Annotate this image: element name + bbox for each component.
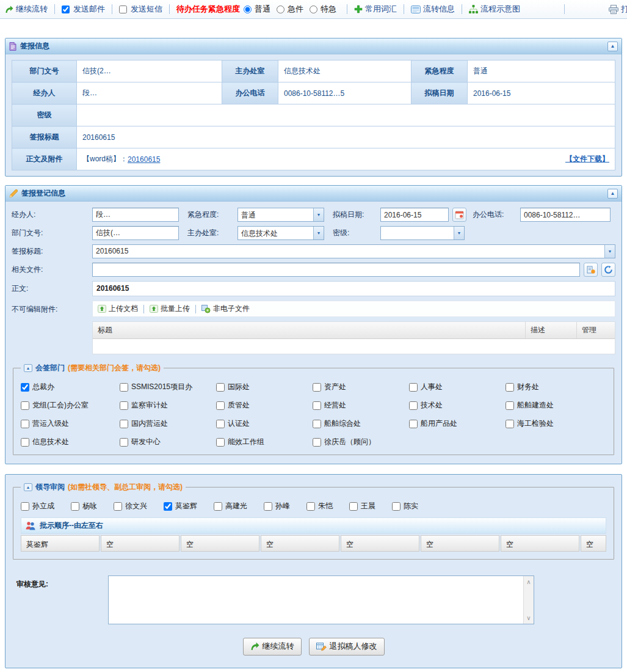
upload-doc-button[interactable]: 上传文档 [98, 304, 138, 314]
countersign-dept-checkbox[interactable] [409, 420, 418, 428]
word-draft-link[interactable]: 20160615 [128, 155, 160, 164]
leader-option[interactable]: 杨咏 [71, 501, 97, 511]
countersign-dept-option[interactable]: 海工检验处 [506, 418, 606, 429]
chevron-down-icon[interactable]: ▼ [313, 208, 324, 221]
countersign-dept-checkbox[interactable] [120, 420, 128, 428]
chevron-down-icon[interactable]: ▼ [454, 227, 464, 239]
leader-checkbox[interactable] [392, 502, 400, 511]
countersign-dept-checkbox[interactable] [120, 438, 128, 447]
file-download-link[interactable]: 【文件下载】 [565, 154, 609, 164]
countersign-dept-option[interactable]: 船舶综合处 [313, 418, 409, 429]
non-electronic-file-button[interactable]: 非电子文件 [201, 304, 250, 314]
countersign-dept-checkbox[interactable] [216, 420, 225, 428]
send-sms-checkbox[interactable] [119, 5, 127, 13]
leader-checkbox[interactable] [71, 502, 79, 511]
countersign-dept-option[interactable]: 能效工作组 [216, 437, 313, 447]
countersign-dept-option[interactable]: 经营处 [313, 400, 409, 411]
countersign-dept-checkbox[interactable] [21, 401, 29, 410]
countersign-dept-checkbox[interactable] [21, 383, 29, 392]
countersign-dept-option[interactable]: 国内营运处 [120, 418, 216, 429]
countersign-dept-checkbox[interactable] [506, 383, 514, 392]
send-email-checkbox[interactable] [62, 5, 70, 13]
leader-checkbox[interactable] [264, 502, 272, 511]
countersign-dept-checkbox[interactable] [409, 383, 418, 392]
leader-option[interactable]: 高建光 [214, 501, 247, 511]
continue-flow-button[interactable]: 继续流转 [243, 638, 302, 656]
leader-checkbox[interactable] [21, 502, 29, 511]
urgency-option-normal[interactable]: 普通 [244, 4, 270, 15]
chevron-down-icon[interactable]: ▼ [604, 245, 615, 258]
countersign-dept-option[interactable]: 船用产品处 [409, 418, 506, 429]
collapse-section-icon[interactable]: ▲ [24, 364, 32, 372]
countersign-dept-checkbox[interactable] [313, 401, 321, 410]
scrollbar[interactable]: ∧ ∨ [523, 576, 534, 624]
countersign-dept-option[interactable]: 人事处 [409, 382, 506, 392]
review-opinion-textarea[interactable] [109, 576, 523, 624]
urgency-radio-extra[interactable] [310, 5, 317, 13]
urgency-option-urgent[interactable]: 急件 [277, 4, 303, 15]
countersign-dept-option[interactable]: 船舶建造处 [506, 400, 606, 411]
countersign-dept-option[interactable]: 国际处 [216, 382, 313, 392]
urgency-select[interactable]: 普通 ▼ [237, 208, 324, 222]
countersign-dept-option[interactable]: 认证处 [216, 418, 313, 429]
countersign-dept-option[interactable]: 总裁办 [21, 382, 120, 392]
leader-option[interactable]: 莫鉴辉 [164, 501, 197, 511]
countersign-dept-checkbox[interactable] [120, 401, 128, 410]
scroll-up-icon[interactable]: ∧ [526, 579, 531, 585]
leader-option[interactable]: 徐文兴 [114, 501, 147, 511]
leader-option[interactable]: 朱恺 [306, 501, 333, 511]
countersign-dept-option[interactable]: SSMIS2015项目办 [120, 382, 216, 392]
common-words-button[interactable]: 常用词汇 [354, 4, 397, 15]
urgency-option-extra[interactable]: 特急 [310, 4, 336, 15]
countersign-dept-checkbox[interactable] [313, 420, 321, 428]
chevron-down-icon[interactable]: ▼ [313, 227, 324, 239]
body-text-field[interactable]: 20160615 [92, 281, 615, 296]
countersign-dept-checkbox[interactable] [506, 401, 514, 410]
batch-upload-button[interactable]: 批量上传 [150, 304, 190, 314]
countersign-dept-checkbox[interactable] [216, 401, 225, 410]
countersign-dept-checkbox[interactable] [506, 420, 514, 428]
send-sms-option[interactable]: 发送短信 [119, 4, 162, 15]
continue-flow-toolbar-button[interactable]: 继续流转 [5, 4, 48, 15]
countersign-dept-checkbox[interactable] [313, 383, 321, 392]
draft-date-input[interactable] [380, 208, 449, 222]
flow-diagram-button[interactable]: 流程示意图 [469, 4, 520, 15]
send-email-option[interactable]: 发送邮件 [62, 4, 105, 15]
countersign-dept-option[interactable]: 信息技术处 [21, 437, 120, 447]
return-to-drafter-button[interactable]: 退拟稿人修改 [309, 638, 385, 656]
dept-doc-no-input[interactable] [92, 226, 179, 240]
secrecy-select[interactable]: ▼ [380, 226, 465, 240]
flow-info-button[interactable]: 流转信息 [411, 4, 455, 15]
report-title-combo[interactable]: 20160615 ▼ [92, 244, 615, 258]
countersign-dept-checkbox[interactable] [120, 383, 128, 392]
countersign-dept-option[interactable]: 徐庆岳（顾问） [313, 437, 409, 447]
countersign-dept-checkbox[interactable] [216, 438, 225, 447]
countersign-dept-option[interactable]: 研发中心 [120, 437, 216, 447]
leader-checkbox[interactable] [306, 502, 315, 511]
calendar-icon[interactable] [452, 208, 466, 222]
leader-option[interactable]: 陈实 [392, 501, 418, 511]
countersign-dept-option[interactable]: 党组(工会)办公室 [21, 400, 120, 411]
countersign-dept-checkbox[interactable] [216, 383, 225, 392]
countersign-dept-option[interactable]: 资产处 [313, 382, 409, 392]
countersign-dept-checkbox[interactable] [313, 438, 321, 447]
countersign-dept-option[interactable]: 营运入级处 [21, 418, 120, 429]
refresh-icon[interactable] [601, 263, 615, 277]
leader-checkbox[interactable] [214, 502, 222, 511]
leader-option[interactable]: 王晨 [349, 501, 375, 511]
urgency-radio-urgent[interactable] [277, 5, 285, 13]
countersign-dept-option[interactable]: 质管处 [216, 400, 313, 411]
select-user-icon[interactable] [584, 263, 598, 277]
countersign-dept-checkbox[interactable] [21, 420, 29, 428]
leader-option[interactable]: 孙峰 [264, 501, 290, 511]
countersign-dept-option[interactable]: 财务处 [506, 382, 606, 392]
collapse-panel-button[interactable]: ▲ [607, 42, 618, 51]
print-button[interactable]: 打印 [609, 4, 627, 15]
operator-input[interactable] [92, 208, 179, 222]
related-files-input[interactable] [92, 263, 580, 277]
scroll-down-icon[interactable]: ∨ [526, 615, 531, 621]
countersign-dept-option[interactable]: 技术处 [409, 400, 506, 411]
leader-checkbox[interactable] [349, 502, 358, 511]
countersign-dept-option[interactable]: 监察审计处 [120, 400, 216, 411]
leader-checkbox[interactable] [114, 502, 122, 511]
